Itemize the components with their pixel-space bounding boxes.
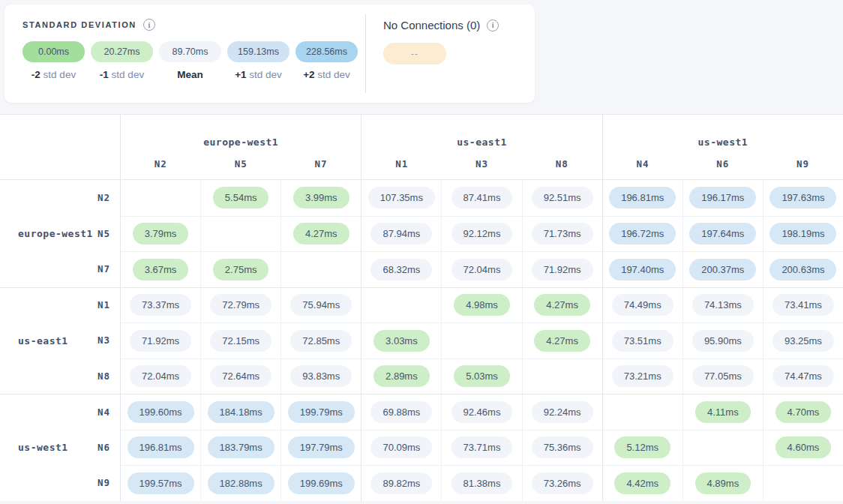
matrix-cell: 4.27ms	[280, 216, 361, 252]
latency-chip: 73.71ms	[452, 436, 513, 458]
matrix-cell: 72.85ms	[280, 322, 361, 358]
latency-chip: 73.26ms	[532, 472, 593, 494]
matrix-cell: 75.36ms	[522, 430, 602, 466]
matrix-cell: 87.41ms	[441, 180, 521, 216]
column-region-header: us-east1N1N3N8	[361, 115, 602, 180]
legend-chip: 20.27ms	[91, 41, 153, 62]
latency-chip: 199.60ms	[128, 401, 194, 423]
latency-chip: 74.49ms	[612, 294, 674, 316]
latency-chip: 70.09ms	[370, 436, 432, 458]
matrix-cell: 196.81ms	[120, 430, 200, 466]
latency-chip: 87.41ms	[452, 187, 513, 208]
latency-chip: 107.35ms	[368, 187, 435, 208]
no-connections-info-icon[interactable]: i	[487, 20, 499, 32]
column-region-label: us-east1	[457, 136, 507, 148]
row-region-label: us-east1	[18, 334, 68, 346]
legend-chip: 159.13ms	[227, 41, 290, 62]
latency-chip: 68.32ms	[370, 259, 432, 280]
legend-chip: 0.00ms	[22, 41, 85, 62]
latency-chip: 74.13ms	[692, 294, 754, 316]
matrix-cell: 81.38ms	[441, 465, 521, 501]
std-dev-legend-section: STANDARD DEVIATION i 0.00ms-2 std dev20.…	[4, 4, 365, 103]
matrix-cell: 200.63ms	[763, 251, 843, 287]
matrix-cell: 74.49ms	[602, 287, 682, 323]
matrix-cell: 93.25ms	[763, 322, 843, 358]
matrix-cell: 199.60ms	[120, 394, 200, 430]
legend-card: STANDARD DEVIATION i 0.00ms-2 std dev20.…	[4, 4, 535, 103]
legend-item: 20.27ms-1 std dev	[91, 41, 153, 80]
latency-chip: 72.04ms	[452, 259, 513, 280]
latency-chip: 3.03ms	[374, 330, 430, 352]
latency-chip: 2.75ms	[213, 259, 269, 280]
latency-chip: 71.73ms	[532, 223, 593, 244]
matrix-cell	[120, 180, 200, 216]
matrix-cell: 73.51ms	[602, 322, 682, 358]
matrix-cell: 2.75ms	[200, 251, 280, 287]
latency-chip: 199.69ms	[288, 472, 355, 494]
column-node-header: N7	[281, 158, 362, 170]
latency-chip: 73.37ms	[130, 294, 191, 316]
latency-chip: 72.85ms	[290, 330, 352, 352]
matrix-cell: 198.19ms	[763, 216, 843, 252]
latency-chip: 93.25ms	[772, 330, 834, 352]
legend-chip: 89.70ms	[159, 41, 221, 62]
column-node-header-row: N1N3N8	[362, 158, 602, 170]
latency-chip: 197.64ms	[689, 223, 756, 244]
column-node-header: N5	[201, 158, 281, 170]
no-connections-title: No Connections (0)	[383, 19, 480, 32]
no-connections-title-row: No Connections (0) i	[383, 19, 499, 32]
latency-chip: 196.81ms	[128, 436, 194, 458]
matrix-cell: 2.89ms	[361, 358, 441, 394]
latency-chip: 93.83ms	[290, 365, 352, 387]
latency-chip: 196.81ms	[609, 187, 676, 208]
matrix-cell: 196.17ms	[682, 180, 763, 216]
matrix-cell: 71.92ms	[522, 251, 602, 287]
matrix-cell: 71.73ms	[522, 216, 602, 252]
latency-chip: 74.47ms	[772, 365, 834, 387]
row-node-header: N6	[98, 442, 110, 453]
matrix-cell: 95.90ms	[682, 322, 763, 358]
latency-chip: 3.99ms	[293, 187, 350, 208]
legend-item: 89.70msMean	[159, 41, 221, 80]
matrix-cell: 4.60ms	[763, 430, 843, 466]
matrix-cell: 77.05ms	[682, 358, 763, 394]
column-node-header: N9	[763, 158, 843, 170]
latency-chip: 92.12ms	[452, 223, 513, 244]
column-region-header: us-west1N4N6N9	[602, 115, 843, 180]
matrix-cell: 93.83ms	[280, 358, 361, 394]
latency-chip: 2.89ms	[374, 365, 430, 387]
std-dev-info-icon[interactable]: i	[143, 19, 155, 31]
matrix-cell: 68.32ms	[361, 251, 441, 287]
matrix-cell: 183.79ms	[200, 430, 280, 466]
legend-item: 228.56ms+2 std dev	[296, 41, 358, 80]
latency-chip: 5.03ms	[454, 365, 510, 387]
matrix-cell: 72.04ms	[441, 251, 521, 287]
latency-chip: 182.88ms	[208, 472, 274, 494]
row-header-cell: us-east1N3	[0, 322, 120, 358]
row-header-cell: europe-west1N5	[0, 216, 120, 252]
matrix-cell	[522, 358, 602, 394]
latency-chip: 77.05ms	[692, 365, 754, 387]
latency-chip: 183.79ms	[208, 436, 274, 458]
latency-chip: 5.54ms	[213, 187, 269, 208]
matrix-cell: 74.13ms	[682, 287, 763, 323]
latency-chip: 5.12ms	[614, 436, 670, 458]
matrix-cell: 89.82ms	[361, 465, 441, 501]
matrix-cell	[763, 465, 843, 501]
latency-chip: 75.36ms	[532, 436, 593, 458]
matrix-cell: 199.69ms	[280, 465, 361, 501]
row-header-cell: N2	[0, 180, 120, 216]
latency-chip: 75.94ms	[290, 294, 352, 316]
legend-label: -2 std dev	[32, 69, 76, 80]
legend-label: +1 std dev	[235, 69, 282, 80]
latency-chip: 72.79ms	[210, 294, 272, 316]
matrix-cell: 71.92ms	[120, 322, 200, 358]
matrix-cell: 184.18ms	[200, 394, 280, 430]
matrix-cell: 75.94ms	[280, 287, 361, 323]
latency-chip: 95.90ms	[692, 330, 754, 352]
legend-title-row: STANDARD DEVIATION i	[22, 19, 365, 31]
latency-chip: 69.88ms	[370, 401, 432, 423]
row-node-header: N2	[98, 192, 110, 203]
matrix-cell: 4.98ms	[441, 287, 521, 323]
latency-chip: 72.15ms	[210, 330, 272, 352]
